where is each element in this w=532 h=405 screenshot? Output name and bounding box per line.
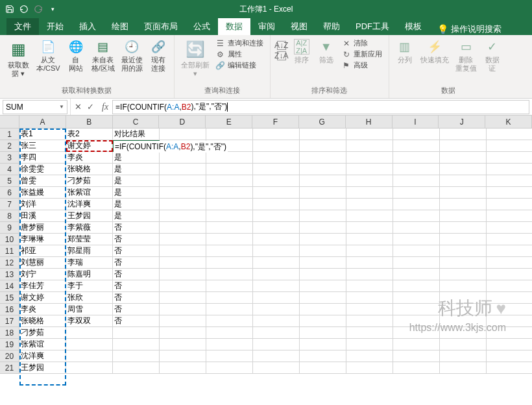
cell-B19[interactable]: [66, 339, 113, 350]
cell-H6[interactable]: [346, 187, 393, 199]
cell-I19[interactable]: [393, 339, 440, 350]
cell-H12[interactable]: [346, 257, 393, 269]
cell-B16[interactable]: 周雪: [66, 304, 113, 315]
cell-D18[interactable]: [160, 327, 206, 339]
text-to-col-button[interactable]: ▥分列: [393, 38, 417, 66]
cell-A13[interactable]: 刘宁: [19, 269, 66, 280]
col-header-B[interactable]: B: [66, 116, 113, 129]
row-header-10[interactable]: 10: [0, 234, 19, 245]
cell-G2[interactable]: [300, 140, 346, 152]
cell-H7[interactable]: [346, 199, 393, 210]
cell-H9[interactable]: [346, 222, 393, 234]
cell-F17[interactable]: [253, 315, 300, 327]
enter-icon[interactable]: ✓: [87, 102, 94, 112]
cell-K21[interactable]: [487, 362, 532, 374]
cell-K9[interactable]: [487, 222, 532, 234]
from-web-button[interactable]: 🌐自网站: [64, 38, 88, 74]
cell-C6[interactable]: 是: [113, 187, 160, 199]
cell-F9[interactable]: [253, 222, 300, 234]
cell-F11[interactable]: [253, 245, 300, 257]
cell-C9[interactable]: 否: [113, 222, 160, 234]
cell-I16[interactable]: [393, 304, 440, 315]
cell-E7[interactable]: [206, 199, 253, 210]
tab-help[interactable]: 帮助: [315, 18, 348, 35]
cell-A12[interactable]: 刘慧丽: [19, 257, 66, 269]
cell-C5[interactable]: 是: [113, 175, 160, 187]
cell-C8[interactable]: 是: [113, 210, 160, 222]
tab-file[interactable]: 文件: [6, 18, 39, 35]
cell-K13[interactable]: [487, 269, 532, 280]
cell-B15[interactable]: 张欣: [66, 292, 113, 304]
cell-D14[interactable]: [160, 280, 206, 292]
cell-H21[interactable]: [346, 362, 393, 374]
flash-fill-button[interactable]: ⚡快速填充: [418, 38, 452, 66]
row-header-8[interactable]: 8: [0, 210, 19, 222]
cell-I13[interactable]: [393, 269, 440, 280]
cell-F20[interactable]: [253, 350, 300, 362]
row-header-20[interactable]: 20: [0, 350, 19, 362]
cell-C19[interactable]: [113, 339, 160, 350]
cell-K3[interactable]: [487, 152, 532, 164]
cell-H10[interactable]: [346, 234, 393, 245]
cell-F13[interactable]: [253, 269, 300, 280]
cell-J15[interactable]: [440, 292, 487, 304]
cell-F14[interactable]: [253, 280, 300, 292]
cell-A19[interactable]: 张紫谊: [19, 339, 66, 350]
cell-J12[interactable]: [440, 257, 487, 269]
row-header-4[interactable]: 4: [0, 164, 19, 175]
cell-I5[interactable]: [393, 175, 440, 187]
col-header-C[interactable]: C: [113, 116, 160, 129]
cell-J19[interactable]: [440, 339, 487, 350]
cell-B13[interactable]: 陈嘉明: [66, 269, 113, 280]
cell-I8[interactable]: [393, 210, 440, 222]
cell-G17[interactable]: [300, 315, 346, 327]
cell-K18[interactable]: [487, 327, 532, 339]
redo-icon[interactable]: [32, 3, 44, 15]
cell-H14[interactable]: [346, 280, 393, 292]
cell-A2[interactable]: 张三: [19, 140, 66, 152]
sort-asc-button[interactable]: A↓Z: [274, 40, 289, 51]
row-header-5[interactable]: 5: [0, 175, 19, 187]
cell-A7[interactable]: 刘洋: [19, 199, 66, 210]
tab-view[interactable]: 视图: [283, 18, 315, 35]
tell-me-search[interactable]: 💡 操作说明搜索: [429, 23, 509, 35]
cell-A21[interactable]: 王梦园: [19, 362, 66, 374]
cell-G20[interactable]: [300, 350, 346, 362]
cell-B1[interactable]: 表2: [66, 129, 113, 140]
cell-G14[interactable]: [300, 280, 346, 292]
cell-F21[interactable]: [253, 362, 300, 374]
tab-data[interactable]: 数据: [218, 18, 250, 35]
from-table-button[interactable]: ▤来自表格/区域: [89, 38, 117, 74]
cell-E10[interactable]: [206, 234, 253, 245]
cell-K7[interactable]: [487, 199, 532, 210]
cell-G16[interactable]: [300, 304, 346, 315]
name-box[interactable]: SUM ▼: [3, 100, 67, 114]
cell-J21[interactable]: [440, 362, 487, 374]
cell-B17[interactable]: 李双双: [66, 315, 113, 327]
cell-J2[interactable]: [440, 140, 487, 152]
cell-I15[interactable]: [393, 292, 440, 304]
col-header-H[interactable]: H: [346, 116, 393, 129]
cell-G9[interactable]: [300, 222, 346, 234]
cell-E14[interactable]: [206, 280, 253, 292]
cell-J20[interactable]: [440, 350, 487, 362]
edit-links-button[interactable]: 🔗编辑链接: [213, 60, 266, 71]
tab-formulas[interactable]: 公式: [186, 18, 218, 35]
cell-D8[interactable]: [160, 210, 206, 222]
cell-G10[interactable]: [300, 234, 346, 245]
col-header-J[interactable]: J: [439, 116, 485, 129]
cell-D17[interactable]: [160, 315, 206, 327]
tab-draw[interactable]: 绘图: [104, 18, 136, 35]
cell-C4[interactable]: 是: [113, 164, 160, 175]
cell-B6[interactable]: 张紫谊: [66, 187, 113, 199]
cell-D10[interactable]: [160, 234, 206, 245]
cell-K1[interactable]: [487, 129, 532, 140]
row-header-9[interactable]: 9: [0, 222, 19, 234]
cell-J14[interactable]: [440, 280, 487, 292]
cell-D20[interactable]: [160, 350, 206, 362]
cell-F15[interactable]: [253, 292, 300, 304]
cancel-icon[interactable]: ✕: [75, 102, 82, 112]
select-all-corner[interactable]: [0, 116, 19, 129]
cell-D13[interactable]: [160, 269, 206, 280]
cell-H20[interactable]: [346, 350, 393, 362]
